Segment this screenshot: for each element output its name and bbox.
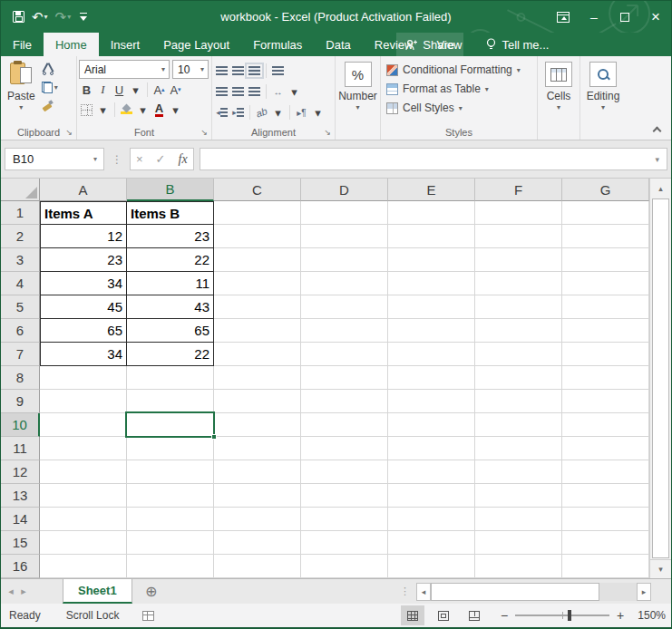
cell-F11[interactable]	[475, 437, 562, 460]
cell-C10[interactable]	[214, 413, 301, 437]
cell-B2[interactable]: 23	[127, 225, 214, 248]
tab-insert[interactable]: Insert	[99, 33, 152, 56]
cell-E15[interactable]	[388, 531, 475, 555]
align-top-button[interactable]	[214, 63, 229, 79]
cell-F7[interactable]	[475, 343, 562, 366]
cell-G5[interactable]	[562, 295, 649, 319]
font-color-button[interactable]: A	[151, 102, 167, 118]
cell-F3[interactable]	[475, 248, 562, 272]
tell-me-box[interactable]: Tell me...	[486, 33, 549, 56]
cells-group-button[interactable]: Cells ▾	[541, 58, 577, 124]
minimize-button[interactable]: –	[579, 1, 609, 33]
cell-D6[interactable]	[301, 319, 388, 343]
cell-A10[interactable]	[40, 413, 127, 437]
tab-page-layout[interactable]: Page Layout	[151, 33, 241, 56]
page-layout-view-button[interactable]	[432, 605, 455, 625]
row-header-5[interactable]: 5	[1, 295, 40, 319]
cell-B8[interactable]	[127, 366, 214, 390]
tab-data[interactable]: Data	[314, 33, 362, 56]
save-button[interactable]	[10, 6, 27, 28]
column-header-D[interactable]: D	[301, 179, 388, 201]
align-center-button[interactable]	[230, 83, 246, 100]
cell-B4[interactable]: 11	[127, 272, 214, 295]
customize-qat-button[interactable]	[75, 6, 92, 28]
cell-E10[interactable]	[388, 413, 475, 437]
cell-C16[interactable]	[214, 555, 301, 578]
fill-color-button[interactable]	[119, 102, 134, 118]
cell-E2[interactable]	[388, 225, 475, 248]
cell-G2[interactable]	[562, 225, 649, 248]
format-painter-button[interactable]	[40, 98, 60, 112]
next-sheet-button[interactable]: ▸	[14, 579, 34, 604]
cell-E4[interactable]	[388, 272, 475, 295]
macro-record-icon[interactable]	[142, 611, 154, 621]
cell-G1[interactable]	[562, 201, 649, 225]
cell-B7[interactable]: 22	[127, 343, 214, 366]
cell-grid[interactable]: ABCDEFG1Items AItems B212233232243411545…	[1, 179, 649, 578]
column-header-G[interactable]: G	[562, 179, 649, 201]
row-header-12[interactable]: 12	[1, 460, 40, 484]
cell-D3[interactable]	[301, 248, 388, 272]
cell-G15[interactable]	[562, 531, 649, 555]
zoom-out-button[interactable]: −	[499, 608, 510, 623]
cell-B5[interactable]: 43	[127, 295, 214, 319]
scroll-up-button[interactable]: ▴	[650, 179, 671, 198]
orientation-button[interactable]: ab	[251, 102, 271, 123]
cell-E16[interactable]	[388, 555, 475, 578]
cell-C6[interactable]	[214, 319, 301, 343]
cell-D15[interactable]	[301, 531, 388, 555]
text-direction-button[interactable]: ▸¶	[294, 104, 309, 121]
cell-B1[interactable]: Items B	[127, 201, 214, 225]
select-all-corner[interactable]	[1, 179, 40, 201]
cell-F12[interactable]	[475, 460, 562, 484]
format-as-table-button[interactable]: Format as Table ▾	[383, 80, 535, 98]
row-header-13[interactable]: 13	[1, 484, 40, 508]
zoom-in-button[interactable]: +	[615, 608, 626, 623]
horizontal-scroll-thumb[interactable]	[431, 583, 599, 601]
cell-E3[interactable]	[388, 248, 475, 272]
row-header-6[interactable]: 6	[1, 319, 40, 343]
new-sheet-button[interactable]: ⊕	[138, 579, 165, 604]
column-header-F[interactable]: F	[475, 179, 562, 201]
cell-F1[interactable]	[475, 201, 562, 225]
scroll-right-button[interactable]: ▸	[637, 583, 651, 601]
row-header-4[interactable]: 4	[1, 272, 40, 295]
row-header-2[interactable]: 2	[1, 225, 40, 248]
horizontal-scrollbar[interactable]: ◂ ▸	[416, 582, 651, 601]
row-header-15[interactable]: 15	[1, 531, 40, 555]
decrease-indent-button[interactable]: ◂	[214, 104, 229, 121]
align-right-button[interactable]	[247, 83, 262, 100]
cell-A7[interactable]: 34	[40, 343, 127, 366]
cell-C12[interactable]	[214, 460, 301, 484]
cell-F5[interactable]	[475, 295, 562, 319]
editing-group-button[interactable]: Editing ▾	[582, 58, 625, 124]
tab-home[interactable]: Home	[44, 33, 99, 56]
cell-D11[interactable]	[301, 437, 388, 460]
cell-C5[interactable]	[214, 295, 301, 319]
row-header-11[interactable]: 11	[1, 437, 40, 460]
collapse-ribbon-button[interactable]	[653, 127, 662, 136]
cell-A2[interactable]: 12	[40, 225, 127, 248]
expand-formula-bar-icon[interactable]: ▾	[655, 155, 667, 164]
tab-splitter[interactable]: ⋮	[400, 579, 410, 604]
increase-indent-button[interactable]: ▸	[230, 104, 246, 121]
cell-C4[interactable]	[214, 272, 301, 295]
cell-E5[interactable]	[388, 295, 475, 319]
cell-C13[interactable]	[214, 484, 301, 508]
cell-A14[interactable]	[40, 508, 127, 531]
cell-B6[interactable]: 65	[127, 319, 214, 343]
paste-button[interactable]: Paste ▾	[3, 58, 40, 124]
cell-G6[interactable]	[562, 319, 649, 343]
row-header-8[interactable]: 8	[1, 366, 40, 390]
redo-button[interactable]: ↷▾	[53, 6, 74, 28]
cell-A5[interactable]: 45	[40, 295, 127, 319]
cell-A13[interactable]	[40, 484, 127, 508]
cell-A16[interactable]	[40, 555, 127, 578]
cell-G10[interactable]	[562, 413, 649, 437]
number-group-button[interactable]: % Number ▾	[334, 58, 382, 124]
cell-B9[interactable]	[127, 390, 214, 413]
cell-F10[interactable]	[475, 413, 562, 437]
cell-C7[interactable]	[214, 343, 301, 366]
cell-F16[interactable]	[475, 555, 562, 578]
maximize-button[interactable]	[609, 1, 640, 33]
